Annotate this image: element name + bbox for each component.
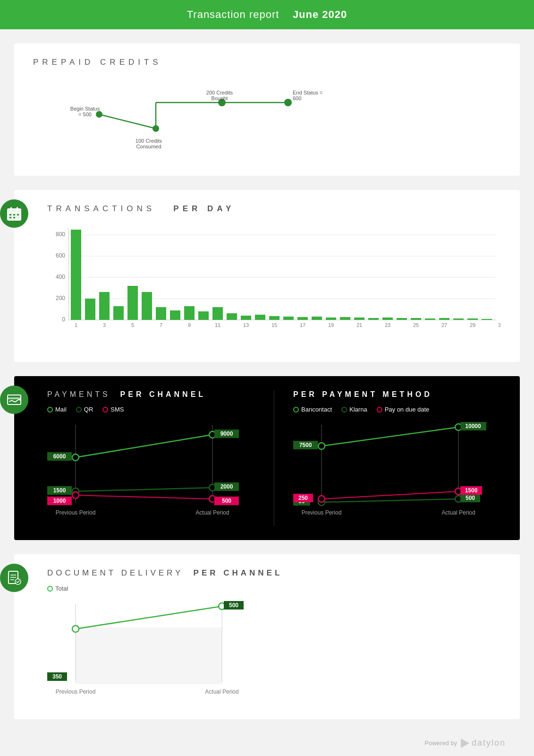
channel-chart-svg: 6000 9000 1500 2000 <box>47 420 246 524</box>
svg-text:Actual Period: Actual Period <box>441 509 475 516</box>
svg-rect-59 <box>368 318 379 320</box>
channel-title: PAYMENTS PER CHANNEL <box>47 390 255 399</box>
svg-point-7 <box>284 99 292 106</box>
svg-rect-44 <box>156 307 166 320</box>
channel-legend: Mail QR SMS <box>47 406 255 413</box>
payment-icon <box>7 392 22 407</box>
svg-line-102 <box>76 495 212 499</box>
svg-text:500: 500 <box>222 498 231 504</box>
svg-rect-25 <box>13 217 15 218</box>
legend-total: Total <box>47 585 68 592</box>
svg-point-145 <box>72 626 79 632</box>
delivery-title: DOCUMENT DELIVERY PER CHANNEL <box>47 568 501 578</box>
svg-rect-66 <box>467 318 478 320</box>
calendar-icon <box>7 206 22 221</box>
svg-text:600: 600 <box>293 95 301 101</box>
legend-paydue: Pay on due date <box>377 406 430 413</box>
svg-rect-58 <box>354 318 364 320</box>
svg-rect-61 <box>397 318 407 320</box>
svg-text:Previous Period: Previous Period <box>56 509 96 516</box>
svg-text:27: 27 <box>441 322 447 328</box>
svg-rect-55 <box>312 317 322 320</box>
svg-text:23: 23 <box>385 322 390 328</box>
svg-text:10000: 10000 <box>465 423 481 430</box>
svg-text:Actual Period: Actual Period <box>195 509 229 516</box>
legend-mail: Mail <box>47 406 67 413</box>
svg-text:11: 11 <box>215 322 220 328</box>
svg-text:500: 500 <box>466 495 475 501</box>
svg-rect-63 <box>425 318 435 320</box>
svg-text:200: 200 <box>56 295 65 301</box>
legend-sms-dot <box>102 407 108 412</box>
svg-text:350: 350 <box>52 673 62 680</box>
svg-rect-40 <box>99 292 110 320</box>
delivery-icon-circle <box>0 564 28 592</box>
legend-bancontact: Bancontact <box>293 406 332 413</box>
svg-text:Actual Period: Actual Period <box>205 688 238 695</box>
legend-total-dot <box>47 586 53 592</box>
svg-rect-41 <box>113 306 124 320</box>
delivery-section: DOCUMENT DELIVERY PER CHANNEL Total 350 <box>14 554 520 719</box>
svg-rect-47 <box>198 311 209 320</box>
svg-line-113 <box>322 427 458 446</box>
svg-text:31: 31 <box>498 322 500 328</box>
svg-text:Bought: Bought <box>212 95 228 101</box>
svg-text:6000: 6000 <box>53 453 66 460</box>
svg-text:Previous Period: Previous Period <box>56 688 96 695</box>
svg-line-127 <box>322 491 458 499</box>
svg-rect-20 <box>17 207 18 211</box>
svg-text:5: 5 <box>131 322 134 328</box>
footer: Powered by datylon <box>0 733 534 753</box>
delivery-icon <box>7 570 22 585</box>
datylon-triangle-icon <box>461 739 469 748</box>
svg-text:13: 13 <box>243 322 249 328</box>
svg-rect-46 <box>184 306 195 320</box>
svg-text:3: 3 <box>103 322 106 328</box>
legend-bancontact-dot <box>293 407 299 412</box>
svg-text:17: 17 <box>300 322 305 328</box>
legend-qr: QR <box>76 406 93 413</box>
method-chart-svg: 7500 10000 50 500 <box>293 420 492 524</box>
header-bar: Transaction report June 2020 <box>0 0 534 29</box>
svg-text:29: 29 <box>470 322 475 328</box>
svg-line-1 <box>99 114 156 129</box>
svg-rect-22 <box>13 214 15 215</box>
header-text: Transaction report <box>187 9 280 20</box>
svg-text:200 Credits: 200 Credits <box>206 90 233 95</box>
svg-text:25: 25 <box>413 322 419 328</box>
svg-rect-56 <box>326 318 336 320</box>
svg-text:800: 800 <box>56 231 65 238</box>
svg-text:2000: 2000 <box>220 483 233 490</box>
svg-rect-48 <box>212 307 223 320</box>
svg-rect-43 <box>142 292 152 320</box>
svg-rect-65 <box>453 318 464 320</box>
delivery-chart-svg: 350 500 Previous Period Actual Period <box>47 599 472 703</box>
svg-rect-23 <box>17 214 19 215</box>
svg-rect-38 <box>71 230 81 320</box>
svg-point-89 <box>72 454 79 461</box>
method-legend: Bancontact Klarna Pay on due date <box>293 406 501 413</box>
calendar-icon-circle <box>0 199 28 228</box>
svg-rect-64 <box>439 318 449 320</box>
prepaid-section: PREPAID CREDITS Begin Status = 500 <box>14 43 520 176</box>
svg-text:400: 400 <box>56 274 65 280</box>
svg-text:1000: 1000 <box>53 498 66 504</box>
svg-text:500: 500 <box>229 602 238 609</box>
bar-chart-svg: 800 600 400 200 0 <box>47 223 500 346</box>
powered-by-text: Powered by <box>424 739 457 747</box>
legend-qr-dot <box>76 407 82 412</box>
payment-icon-circle <box>0 386 28 414</box>
prepaid-svg: Begin Status = 500 100 Credits Consumed … <box>61 77 392 152</box>
legend-klarna-dot <box>341 407 347 412</box>
per-channel-block: PAYMENTS PER CHANNEL Mail QR SMS <box>47 390 264 526</box>
header-bold: June 2020 <box>293 9 347 20</box>
legend-paydue-dot <box>377 407 382 412</box>
svg-text:1500: 1500 <box>53 487 66 494</box>
svg-text:1: 1 <box>75 322 77 328</box>
svg-point-128 <box>318 496 325 502</box>
svg-rect-62 <box>411 318 421 320</box>
svg-text:15: 15 <box>271 322 277 328</box>
svg-rect-21 <box>9 214 11 215</box>
svg-rect-39 <box>85 299 95 320</box>
svg-line-88 <box>76 435 212 457</box>
